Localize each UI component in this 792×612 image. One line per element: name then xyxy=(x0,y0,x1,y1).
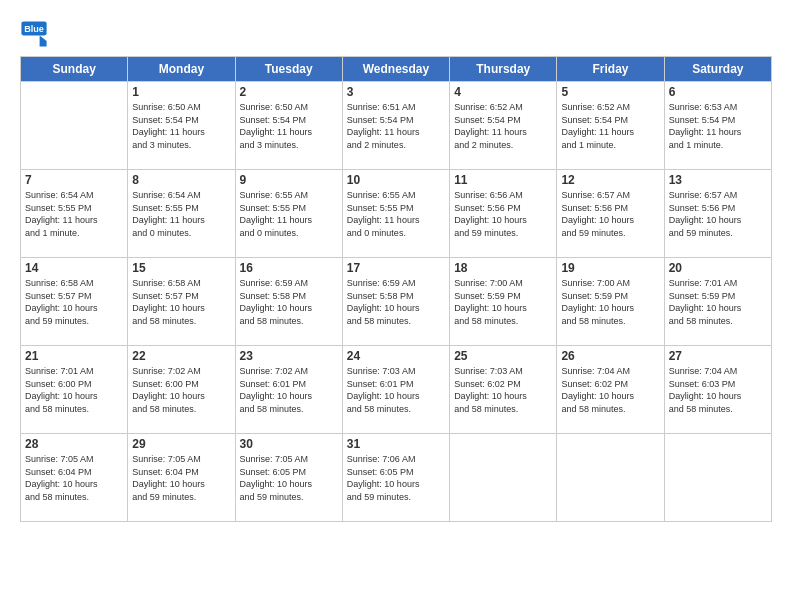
calendar-cell: 31Sunrise: 7:06 AMSunset: 6:05 PMDayligh… xyxy=(342,434,449,522)
cell-details: Sunrise: 6:50 AMSunset: 5:54 PMDaylight:… xyxy=(132,101,230,151)
calendar-week-row: 21Sunrise: 7:01 AMSunset: 6:00 PMDayligh… xyxy=(21,346,772,434)
day-number: 26 xyxy=(561,349,659,363)
cell-details: Sunrise: 6:59 AMSunset: 5:58 PMDaylight:… xyxy=(347,277,445,327)
cell-details: Sunrise: 7:04 AMSunset: 6:03 PMDaylight:… xyxy=(669,365,767,415)
calendar-cell xyxy=(21,82,128,170)
calendar-cell: 29Sunrise: 7:05 AMSunset: 6:04 PMDayligh… xyxy=(128,434,235,522)
day-number: 8 xyxy=(132,173,230,187)
cell-details: Sunrise: 7:03 AMSunset: 6:02 PMDaylight:… xyxy=(454,365,552,415)
day-number: 30 xyxy=(240,437,338,451)
cell-details: Sunrise: 7:04 AMSunset: 6:02 PMDaylight:… xyxy=(561,365,659,415)
calendar-cell: 15Sunrise: 6:58 AMSunset: 5:57 PMDayligh… xyxy=(128,258,235,346)
cell-details: Sunrise: 7:00 AMSunset: 5:59 PMDaylight:… xyxy=(454,277,552,327)
day-number: 14 xyxy=(25,261,123,275)
calendar-week-row: 1Sunrise: 6:50 AMSunset: 5:54 PMDaylight… xyxy=(21,82,772,170)
cell-details: Sunrise: 6:59 AMSunset: 5:58 PMDaylight:… xyxy=(240,277,338,327)
day-number: 20 xyxy=(669,261,767,275)
day-number: 12 xyxy=(561,173,659,187)
day-number: 15 xyxy=(132,261,230,275)
weekday-header-row: SundayMondayTuesdayWednesdayThursdayFrid… xyxy=(21,57,772,82)
calendar-cell: 3Sunrise: 6:51 AMSunset: 5:54 PMDaylight… xyxy=(342,82,449,170)
cell-details: Sunrise: 7:05 AMSunset: 6:05 PMDaylight:… xyxy=(240,453,338,503)
calendar-cell: 24Sunrise: 7:03 AMSunset: 6:01 PMDayligh… xyxy=(342,346,449,434)
day-number: 22 xyxy=(132,349,230,363)
day-number: 11 xyxy=(454,173,552,187)
svg-text:Blue: Blue xyxy=(24,24,44,34)
cell-details: Sunrise: 6:56 AMSunset: 5:56 PMDaylight:… xyxy=(454,189,552,239)
weekday-header: Sunday xyxy=(21,57,128,82)
cell-details: Sunrise: 7:01 AMSunset: 6:00 PMDaylight:… xyxy=(25,365,123,415)
calendar-cell: 4Sunrise: 6:52 AMSunset: 5:54 PMDaylight… xyxy=(450,82,557,170)
cell-details: Sunrise: 6:51 AMSunset: 5:54 PMDaylight:… xyxy=(347,101,445,151)
calendar-table: SundayMondayTuesdayWednesdayThursdayFrid… xyxy=(20,56,772,522)
day-number: 31 xyxy=(347,437,445,451)
cell-details: Sunrise: 6:54 AMSunset: 5:55 PMDaylight:… xyxy=(25,189,123,239)
cell-details: Sunrise: 6:58 AMSunset: 5:57 PMDaylight:… xyxy=(132,277,230,327)
svg-marker-2 xyxy=(40,35,47,46)
cell-details: Sunrise: 6:54 AMSunset: 5:55 PMDaylight:… xyxy=(132,189,230,239)
cell-details: Sunrise: 7:02 AMSunset: 6:01 PMDaylight:… xyxy=(240,365,338,415)
cell-details: Sunrise: 7:02 AMSunset: 6:00 PMDaylight:… xyxy=(132,365,230,415)
cell-details: Sunrise: 6:50 AMSunset: 5:54 PMDaylight:… xyxy=(240,101,338,151)
day-number: 4 xyxy=(454,85,552,99)
cell-details: Sunrise: 6:57 AMSunset: 5:56 PMDaylight:… xyxy=(561,189,659,239)
calendar-cell: 9Sunrise: 6:55 AMSunset: 5:55 PMDaylight… xyxy=(235,170,342,258)
day-number: 9 xyxy=(240,173,338,187)
calendar-cell: 8Sunrise: 6:54 AMSunset: 5:55 PMDaylight… xyxy=(128,170,235,258)
weekday-header: Friday xyxy=(557,57,664,82)
day-number: 6 xyxy=(669,85,767,99)
day-number: 13 xyxy=(669,173,767,187)
weekday-header: Wednesday xyxy=(342,57,449,82)
day-number: 19 xyxy=(561,261,659,275)
calendar-cell: 18Sunrise: 7:00 AMSunset: 5:59 PMDayligh… xyxy=(450,258,557,346)
day-number: 27 xyxy=(669,349,767,363)
cell-details: Sunrise: 7:05 AMSunset: 6:04 PMDaylight:… xyxy=(25,453,123,503)
day-number: 28 xyxy=(25,437,123,451)
header: Blue xyxy=(20,15,772,48)
day-number: 25 xyxy=(454,349,552,363)
logo-icon: Blue xyxy=(20,20,48,48)
cell-details: Sunrise: 6:55 AMSunset: 5:55 PMDaylight:… xyxy=(240,189,338,239)
day-number: 1 xyxy=(132,85,230,99)
cell-details: Sunrise: 7:06 AMSunset: 6:05 PMDaylight:… xyxy=(347,453,445,503)
day-number: 3 xyxy=(347,85,445,99)
cell-details: Sunrise: 6:58 AMSunset: 5:57 PMDaylight:… xyxy=(25,277,123,327)
calendar-cell: 19Sunrise: 7:00 AMSunset: 5:59 PMDayligh… xyxy=(557,258,664,346)
calendar-cell: 10Sunrise: 6:55 AMSunset: 5:55 PMDayligh… xyxy=(342,170,449,258)
calendar-cell: 28Sunrise: 7:05 AMSunset: 6:04 PMDayligh… xyxy=(21,434,128,522)
day-number: 21 xyxy=(25,349,123,363)
calendar-cell: 6Sunrise: 6:53 AMSunset: 5:54 PMDaylight… xyxy=(664,82,771,170)
calendar-cell: 27Sunrise: 7:04 AMSunset: 6:03 PMDayligh… xyxy=(664,346,771,434)
calendar-week-row: 7Sunrise: 6:54 AMSunset: 5:55 PMDaylight… xyxy=(21,170,772,258)
calendar-container: Blue SundayMondayTuesdayWednesdayThursda… xyxy=(0,0,792,612)
weekday-header: Tuesday xyxy=(235,57,342,82)
day-number: 7 xyxy=(25,173,123,187)
weekday-header: Thursday xyxy=(450,57,557,82)
logo: Blue xyxy=(20,20,51,48)
calendar-cell xyxy=(664,434,771,522)
calendar-cell: 23Sunrise: 7:02 AMSunset: 6:01 PMDayligh… xyxy=(235,346,342,434)
calendar-week-row: 14Sunrise: 6:58 AMSunset: 5:57 PMDayligh… xyxy=(21,258,772,346)
day-number: 10 xyxy=(347,173,445,187)
day-number: 17 xyxy=(347,261,445,275)
calendar-cell: 2Sunrise: 6:50 AMSunset: 5:54 PMDaylight… xyxy=(235,82,342,170)
calendar-cell: 13Sunrise: 6:57 AMSunset: 5:56 PMDayligh… xyxy=(664,170,771,258)
day-number: 16 xyxy=(240,261,338,275)
day-number: 18 xyxy=(454,261,552,275)
cell-details: Sunrise: 6:57 AMSunset: 5:56 PMDaylight:… xyxy=(669,189,767,239)
calendar-cell xyxy=(557,434,664,522)
calendar-cell: 25Sunrise: 7:03 AMSunset: 6:02 PMDayligh… xyxy=(450,346,557,434)
cell-details: Sunrise: 7:01 AMSunset: 5:59 PMDaylight:… xyxy=(669,277,767,327)
calendar-week-row: 28Sunrise: 7:05 AMSunset: 6:04 PMDayligh… xyxy=(21,434,772,522)
calendar-cell: 14Sunrise: 6:58 AMSunset: 5:57 PMDayligh… xyxy=(21,258,128,346)
calendar-cell: 12Sunrise: 6:57 AMSunset: 5:56 PMDayligh… xyxy=(557,170,664,258)
calendar-cell: 30Sunrise: 7:05 AMSunset: 6:05 PMDayligh… xyxy=(235,434,342,522)
calendar-cell: 11Sunrise: 6:56 AMSunset: 5:56 PMDayligh… xyxy=(450,170,557,258)
calendar-cell: 5Sunrise: 6:52 AMSunset: 5:54 PMDaylight… xyxy=(557,82,664,170)
day-number: 5 xyxy=(561,85,659,99)
calendar-cell: 17Sunrise: 6:59 AMSunset: 5:58 PMDayligh… xyxy=(342,258,449,346)
cell-details: Sunrise: 6:52 AMSunset: 5:54 PMDaylight:… xyxy=(561,101,659,151)
weekday-header: Saturday xyxy=(664,57,771,82)
day-number: 24 xyxy=(347,349,445,363)
day-number: 29 xyxy=(132,437,230,451)
